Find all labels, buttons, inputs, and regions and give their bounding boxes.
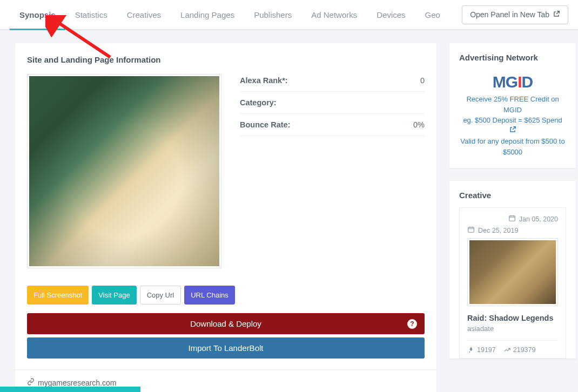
- calendar-icon: [508, 214, 516, 224]
- meta-value: 0%: [413, 120, 425, 129]
- help-icon[interactable]: ?: [407, 319, 417, 329]
- tab-statistics[interactable]: Statistics: [65, 0, 117, 29]
- tab-geo[interactable]: Geo: [415, 0, 450, 29]
- external-link-icon: [509, 127, 516, 135]
- creative-card[interactable]: Jan 05, 2020 Dec 25, 2019 Raid: Shadow L…: [459, 207, 566, 359]
- import-landerbolt-label: Import To LanderBolt: [189, 343, 264, 353]
- tab-publishers[interactable]: Publishers: [244, 0, 301, 29]
- thumbnail-image: [29, 76, 219, 266]
- open-panel-button[interactable]: Open Panel in New Tab: [462, 5, 568, 24]
- creative-stat-1: 19197: [477, 346, 496, 354]
- tabs-container: Synopsis Statistics Creatives Landing Pa…: [10, 0, 462, 29]
- import-landerbolt-button[interactable]: Import To LanderBolt: [27, 337, 425, 359]
- top-tab-bar: Synopsis Statistics Creatives Landing Pa…: [0, 0, 578, 30]
- rocket-icon: [467, 346, 475, 354]
- bottom-accent-strip: [0, 387, 140, 392]
- creative-start-date: Dec 25, 2019: [478, 227, 518, 234]
- meta-row-category: Category:: [240, 92, 425, 114]
- meta-row-alexa: Alexa Rank*: 0: [240, 74, 425, 92]
- svg-rect-2: [468, 227, 474, 232]
- meta-value: 0: [420, 76, 425, 85]
- creative-panel: Creative Jan 05, 2020 Dec 25, 2019: [449, 181, 576, 359]
- meta-row-bounce: Bounce Rate: 0%: [240, 114, 425, 136]
- meta-label: Alexa Rank*:: [240, 76, 288, 85]
- trend-icon: [503, 346, 511, 354]
- tab-ad-networks[interactable]: Ad Networks: [301, 0, 367, 29]
- url-chains-button[interactable]: URL Chains: [184, 286, 235, 305]
- download-deploy-label: Download & Deploy: [190, 319, 261, 328]
- url-text[interactable]: mygamesresearch.com: [38, 379, 117, 387]
- site-meta-list: Alexa Rank*: 0 Category: Bounce Rate: 0%: [240, 74, 425, 268]
- open-panel-label: Open Panel in New Tab: [470, 10, 549, 19]
- mgid-line2: eg. $500 Deposit = $625 Spend: [463, 116, 562, 124]
- external-link-icon: [553, 10, 560, 19]
- visit-page-button[interactable]: Visit Page: [92, 286, 136, 305]
- tab-devices[interactable]: Devices: [367, 0, 415, 29]
- tab-synopsis[interactable]: Synopsis: [10, 0, 65, 29]
- landing-page-thumbnail[interactable]: [27, 74, 221, 268]
- mgid-logo: MGID: [459, 70, 566, 94]
- mgid-offer-link[interactable]: Receive 25% FREE Credit on MGID eg. $500…: [459, 94, 566, 157]
- link-icon: [27, 378, 35, 387]
- calendar-icon: [467, 226, 475, 235]
- creative-item-title: Raid: Shadow Legends: [467, 314, 558, 322]
- meta-label: Category:: [240, 98, 277, 107]
- ad-network-card: Advertising Network MGID Receive 25% FRE…: [449, 43, 576, 168]
- tab-creatives[interactable]: Creatives: [117, 0, 171, 29]
- download-deploy-button[interactable]: Download & Deploy ?: [27, 313, 425, 334]
- tab-landing-pages[interactable]: Landing Pages: [171, 0, 244, 29]
- creative-title: Creative: [459, 191, 566, 200]
- creative-end-date: Jan 05, 2020: [519, 215, 558, 223]
- meta-label: Bounce Rate:: [240, 120, 290, 129]
- site-info-card: Site and Landing Page Information Alexa …: [15, 43, 436, 392]
- copy-url-button[interactable]: Copy Url: [140, 286, 182, 305]
- mgid-line1: Receive 25% FREE Credit on MGID: [466, 95, 559, 114]
- full-screenshot-button[interactable]: Full Screenshot: [27, 286, 89, 305]
- ad-network-title: Advertising Network: [459, 53, 566, 62]
- mgid-line3: Valid for any deposit from $500 to $5000: [460, 137, 564, 156]
- site-info-title: Site and Landing Page Information: [15, 43, 436, 64]
- creative-thumbnail[interactable]: [467, 238, 558, 306]
- svg-rect-1: [509, 216, 515, 221]
- creative-item-sub: asiadate: [467, 325, 558, 333]
- creative-stat-2: 219379: [513, 346, 536, 354]
